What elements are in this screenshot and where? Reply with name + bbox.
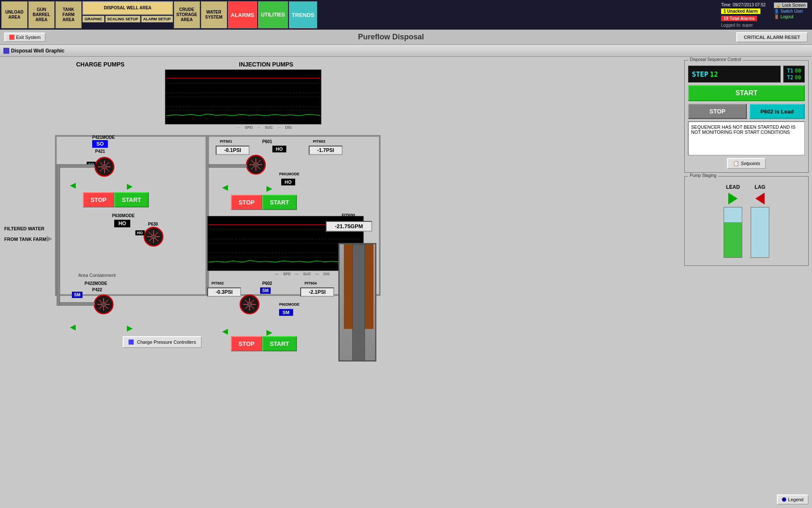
charge-start-button[interactable]: START xyxy=(114,192,149,207)
injection-stop-button-top[interactable]: STOP xyxy=(231,195,262,210)
section-title: Disposal Well Graphic xyxy=(11,48,64,54)
nav-sub-scaling[interactable]: SCALING SETUP xyxy=(105,16,140,22)
seq-text: SEQUENCER HAS NOT BEEN STARTED AND IS NO… xyxy=(691,124,796,135)
nav-sub-alarm[interactable]: ALARM SETUP xyxy=(141,16,173,22)
p421-mode-badge[interactable]: SO xyxy=(92,140,108,148)
p421-mode-label: P421MODE xyxy=(92,135,115,140)
sm-badge-p602: SM xyxy=(260,287,271,294)
top-chart-legend: — SPD — SUC — DIS xyxy=(237,125,292,130)
filtered-water-label: FILTERED WATER xyxy=(4,226,44,231)
setpoints-icon: 📋 xyxy=(733,160,739,166)
p422-mode-label-text: P422MODE xyxy=(85,281,107,286)
pump-p601[interactable] xyxy=(245,154,266,176)
well-casing-inner xyxy=(352,244,365,362)
nav-alarms[interactable]: ALARMS xyxy=(228,1,258,28)
seq-btn-row: START xyxy=(688,85,805,101)
from-tank-farm-label: FROM TANK FARM xyxy=(4,237,46,242)
lock-screen-link[interactable]: 🔒 Lock Screen xyxy=(774,3,807,8)
p630-mode-badge[interactable]: HO xyxy=(114,220,130,227)
nav-crude-storage[interactable]: CRUDE STORAGE AREA xyxy=(174,1,200,28)
header-info: Time: 09/27/2013 07:52 1 Unacked Alarm 1… xyxy=(718,1,811,28)
svg-point-12 xyxy=(102,165,107,169)
seq-control-title: Disposal Sequence Control xyxy=(688,57,743,62)
top-nav: UNLOAD AREA GUN BARREL AREA TANK FARM AR… xyxy=(0,0,812,30)
charge-pressure-button[interactable]: Charge Pressure Controllers xyxy=(123,336,202,348)
injection-start-button-top[interactable]: START xyxy=(262,195,297,210)
right-panel: Disposal Sequence Control STEP 12 T1 00 … xyxy=(681,57,812,508)
pump-p422[interactable] xyxy=(93,294,114,316)
pit603-label: PIT603 xyxy=(313,139,325,144)
p422-sm-badge: SM xyxy=(72,292,82,298)
p602-mode-label-text: P602MODE xyxy=(279,302,299,306)
injection-start-button-bottom[interactable]: START xyxy=(262,336,297,351)
t1-label: T1 xyxy=(787,68,793,74)
p602-lead-button[interactable]: P602 is Lead xyxy=(749,104,805,119)
pipe-v-1 xyxy=(57,164,60,306)
total-alarms-badge[interactable]: 19 Total Alarms xyxy=(721,16,757,21)
lead-arrow xyxy=(728,193,738,204)
logout-link[interactable]: 🚪 Logout xyxy=(774,14,807,19)
flow-arrow-left-3: ▶ xyxy=(222,184,228,193)
svg-point-30 xyxy=(254,163,258,167)
seq-btn-row2: STOP P602 is Lead xyxy=(688,104,805,119)
bottom-chart-legend: — SPD — SUC — DIS xyxy=(275,272,330,276)
nav-gun-barrel[interactable]: GUN BARREL AREA xyxy=(28,1,55,28)
p421-section: P421MODE SO xyxy=(92,135,115,148)
svg-point-18 xyxy=(151,235,156,239)
unacked-alarm-badge[interactable]: 1 Unacked Alarm xyxy=(721,8,760,14)
ho-badge-p630: HO xyxy=(135,230,145,235)
nav-tank-farm[interactable]: TANK FARM AREA xyxy=(55,1,82,28)
critical-alarm-reset-button[interactable]: CRITICAL ALARM RESET xyxy=(736,32,808,42)
legend-button[interactable]: Legend xyxy=(777,494,809,505)
charge-stop-button[interactable]: STOP xyxy=(83,192,114,207)
seq-start-button[interactable]: START xyxy=(688,85,805,101)
seq-stop-button[interactable]: STOP xyxy=(688,104,747,119)
legend-container: Legend xyxy=(684,494,809,505)
pump-p630[interactable] xyxy=(143,226,164,248)
nav-water-system[interactable]: WATER SYSTEM xyxy=(201,1,227,28)
pump-p421[interactable] xyxy=(94,156,115,178)
pit604-label: PIT604 xyxy=(304,281,317,285)
seq-text-box: SEQUENCER HAS NOT BEEN STARTED AND IS NO… xyxy=(688,121,805,155)
p602-sm-mode-badge: SM xyxy=(279,309,293,316)
seq-displays: STEP 12 T1 00 T2 00 xyxy=(688,66,805,83)
lead-label: LEAD xyxy=(726,184,740,190)
svg-point-24 xyxy=(102,302,106,306)
step-value: 12 xyxy=(710,70,718,78)
lag-label: LAG xyxy=(754,184,765,190)
svg-point-43 xyxy=(247,302,252,306)
step-display: STEP 12 xyxy=(688,66,781,83)
nav-trends[interactable]: TRENDS xyxy=(289,1,317,28)
nav-utilities[interactable]: UTILITIES xyxy=(258,1,288,28)
pit601-value: -0.1PSI xyxy=(216,146,250,155)
switch-user-link[interactable]: 👤 Switch User xyxy=(774,9,807,14)
exit-button[interactable]: Exit System xyxy=(4,33,46,42)
nav-unload-area[interactable]: UNLOAD AREA xyxy=(1,1,27,28)
exit-icon xyxy=(9,35,14,40)
injection-stop-button-bottom[interactable]: STOP xyxy=(231,336,262,351)
step-label: STEP xyxy=(692,70,708,78)
pipe-h-1 xyxy=(57,164,95,168)
charge-pumps-label: CHARGE PUMPS xyxy=(76,61,124,68)
title-bar: Exit System Pureflow Disposal CRITICAL A… xyxy=(0,30,812,45)
t1-value: 00 xyxy=(795,68,801,74)
pipe-h-3 xyxy=(209,164,247,168)
flow-arrow-right-1: ▶ xyxy=(127,182,133,191)
graphic-area: CHARGE PUMPS INJECTION PUMPS xyxy=(0,57,681,508)
p602-label: P602 xyxy=(262,281,272,286)
flow-arrow-left-2: ▶ xyxy=(70,323,76,333)
nav-disposal-well[interactable]: DISPOSAL WELL AREA xyxy=(82,1,173,15)
nav-sub-graphic[interactable]: GRAPHIC xyxy=(82,16,104,22)
pipe-h-2 xyxy=(57,302,95,306)
p601-label: P601 xyxy=(262,139,272,144)
lead-bar xyxy=(724,207,742,258)
filter-water-arrow: ▶ xyxy=(47,234,52,243)
page-title: Pureflow Disposal xyxy=(358,33,424,41)
lead-column: LEAD xyxy=(724,184,742,258)
pump-p602[interactable] xyxy=(239,294,260,316)
pit603-value: -1.7PSI xyxy=(309,146,343,155)
p601-mode-badge: HO xyxy=(281,179,295,185)
p421-label: P421 xyxy=(95,149,105,154)
top-chart[interactable] xyxy=(165,69,321,124)
setpoints-button[interactable]: 📋 Setpoints xyxy=(727,158,766,169)
